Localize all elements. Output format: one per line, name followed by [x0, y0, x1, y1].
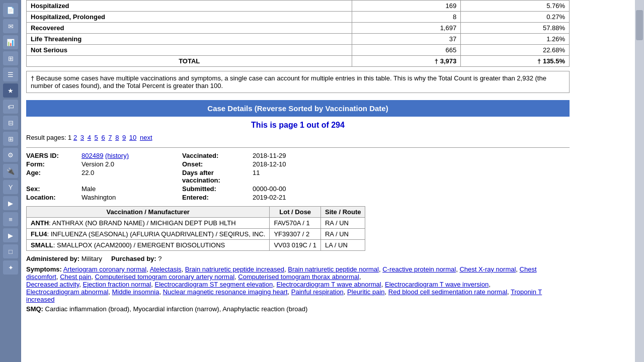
symptom-link[interactable]: Atelectasis — [150, 265, 182, 273]
row-label: Life Threatening — [27, 34, 352, 45]
row-label: Hospitalized — [27, 1, 352, 12]
main-content: Hospitalized 169 5.76% Hospitalized, Pro… — [21, 0, 635, 362]
vaers-id-value: 802489 (history) — [82, 152, 182, 159]
symptom-link[interactable]: Arteriogram coronary normal — [63, 265, 146, 273]
vaers-id-link[interactable]: 802489 — [82, 152, 103, 159]
purchased-label: Purchased by: — [111, 255, 156, 262]
play2-sidebar-icon[interactable]: ▶ — [3, 228, 18, 242]
vax-col-header: Vaccination / Manufacturer — [27, 207, 270, 218]
scrollbar[interactable] — [635, 0, 644, 362]
sidebar: 📄 ✉ 📊 ⊞ ☰ ★ 🏷 ⊟ ⊞ ⚙ 🔌 Y ▶ ≡ ▶ □ ✦ — [0, 0, 21, 362]
footnote: † Because some cases have multiple vacci… — [26, 71, 570, 93]
pagination-prefix: Result pages: 1 — [26, 134, 71, 141]
symptom-link[interactable]: Brain natriuretic peptide increased — [185, 265, 284, 273]
vax-row-3: SMALL: SMALLPOX (ACAM2000) / EMERGENT BI… — [27, 240, 365, 251]
symptom-link[interactable]: Ejection fraction normal — [83, 281, 151, 288]
total-pct: † 135.5% — [461, 56, 570, 67]
onset-label: Onset: — [182, 160, 253, 168]
list-sidebar-icon[interactable]: ☰ — [3, 67, 18, 81]
scrollbar-thumb[interactable] — [636, 10, 643, 40]
symptom-link[interactable]: Nuclear magnetic resonance imaging heart — [163, 288, 288, 296]
symptom-link[interactable]: Computerised tomogram thorax abnormal — [238, 273, 359, 281]
page-link-6[interactable]: 6 — [101, 134, 105, 141]
purchased-value: ? — [158, 255, 162, 262]
smq-label: SMQ: — [26, 305, 43, 313]
table-row: Not Serious 665 22.68% — [27, 45, 570, 56]
page-link-8[interactable]: 8 — [115, 134, 119, 141]
total-label: TOTAL — [27, 56, 352, 67]
age-label: Age: — [26, 169, 82, 184]
layers-sidebar-icon[interactable]: ⊟ — [3, 116, 18, 130]
symptom-link[interactable]: Electrocardiogram T wave inversion — [385, 281, 489, 288]
apps-sidebar-icon[interactable]: ⊞ — [3, 132, 18, 146]
symptom-link[interactable]: Electrocardiogram abnormal — [26, 288, 108, 296]
row-pct: 22.68% — [461, 45, 570, 56]
smq-block: SMQ: Cardiac inflammation (broad), Myoca… — [26, 305, 570, 313]
row-count: 8 — [352, 12, 461, 23]
vax-3-lot: VV03 019C / 1 — [270, 240, 321, 251]
mail-sidebar-icon[interactable]: ✉ — [3, 19, 18, 33]
page-link-3[interactable]: 3 — [80, 134, 84, 141]
row-pct: 57.88% — [461, 23, 570, 34]
page-link-9[interactable]: 9 — [122, 134, 126, 141]
onset-value: 2018-12-10 — [253, 160, 353, 168]
administered-value: Military — [82, 255, 102, 262]
row-label: Recovered — [27, 23, 352, 34]
grid-sidebar-icon[interactable]: ⊞ — [3, 51, 18, 65]
vaers-history-link[interactable]: (history) — [105, 152, 129, 159]
symptom-link[interactable]: Chest X-ray normal — [459, 265, 516, 273]
row-pct: 5.76% — [461, 1, 570, 12]
symptom-link[interactable]: C-reactive protein normal — [382, 265, 456, 273]
vax-3-site: LA / UN — [320, 240, 365, 251]
days-label: Days after vaccination: — [182, 169, 253, 184]
puzzle-sidebar-icon[interactable]: ✦ — [3, 260, 18, 275]
vax-1-lot: FAV570A / 1 — [270, 218, 321, 229]
row-pct: 0.27% — [461, 12, 570, 23]
plugin-sidebar-icon[interactable]: 🔌 — [3, 164, 18, 178]
admin-row: Administered by: Military Purchased by: … — [26, 255, 570, 262]
symptom-link[interactable]: Chest pain — [60, 273, 91, 281]
star-sidebar-icon[interactable]: ★ — [3, 83, 18, 98]
symptom-link[interactable]: Painful respiration — [291, 288, 344, 296]
box-sidebar-icon[interactable]: □ — [3, 244, 18, 258]
page-link-10[interactable]: 10 — [129, 134, 136, 141]
page-link-7[interactable]: 7 — [108, 134, 112, 141]
symptom-link[interactable]: Electrocardiogram ST segment elevation — [155, 281, 273, 288]
administered-label: Administered by: — [26, 255, 79, 262]
table-row: Recovered 1,697 57.88% — [27, 23, 570, 34]
form-label: Form: — [26, 160, 82, 168]
page-link-5[interactable]: 5 — [95, 134, 98, 141]
symptom-link[interactable]: Pleuritic pain — [347, 288, 384, 296]
days-value: 11 — [253, 169, 353, 184]
lot-col-header: Lot / Dose — [270, 207, 321, 218]
settings-sidebar-icon[interactable]: ⚙ — [3, 148, 18, 162]
symptom-link[interactable]: Computerised tomogram coronary artery no… — [95, 273, 234, 281]
vaccinated-value: 2018-11-29 — [253, 152, 353, 159]
page-link-next[interactable]: next — [140, 134, 152, 141]
row-count: 1,697 — [352, 23, 461, 34]
chart-sidebar-icon[interactable]: 📊 — [3, 35, 18, 49]
symptoms-label: Symptoms: — [26, 265, 62, 273]
symptom-link[interactable]: Red blood cell sedimentation rate normal — [388, 288, 507, 296]
entered-value: 2019-02-21 — [253, 194, 353, 201]
symptom-link[interactable]: Electrocardiogram T wave abnormal — [276, 281, 381, 288]
filter-sidebar-icon[interactable]: ≡ — [3, 212, 18, 226]
sex-label: Sex: — [26, 185, 82, 193]
symptom-link[interactable]: Decreased activity — [26, 281, 79, 288]
y-sidebar-icon[interactable]: Y — [3, 180, 18, 194]
vax-2-site: RA / UN — [320, 229, 365, 240]
vaccinated-label: Vaccinated: — [182, 152, 253, 159]
symptom-link[interactable]: Brain natriuretic peptide normal — [288, 265, 379, 273]
total-row: TOTAL † 3,973 † 135.5% — [27, 56, 570, 67]
pagination: Result pages: 1 2 3 4 5 6 7 8 9 10 next — [26, 134, 570, 141]
submitted-label: Submitted: — [182, 185, 253, 193]
location-label: Location: — [26, 194, 82, 201]
tag-sidebar-icon[interactable]: 🏷 — [3, 100, 18, 114]
symptom-link[interactable]: Middle insomnia — [112, 288, 159, 296]
page-link-4[interactable]: 4 — [88, 134, 91, 141]
case-fields: VAERS ID: 802489 (history) Vaccinated: 2… — [26, 152, 570, 201]
vax-header-row: Vaccination / Manufacturer Lot / Dose Si… — [27, 207, 365, 218]
page-link-2[interactable]: 2 — [73, 134, 77, 141]
play-sidebar-icon[interactable]: ▶ — [3, 196, 18, 210]
page-sidebar-icon[interactable]: 📄 — [3, 3, 18, 17]
